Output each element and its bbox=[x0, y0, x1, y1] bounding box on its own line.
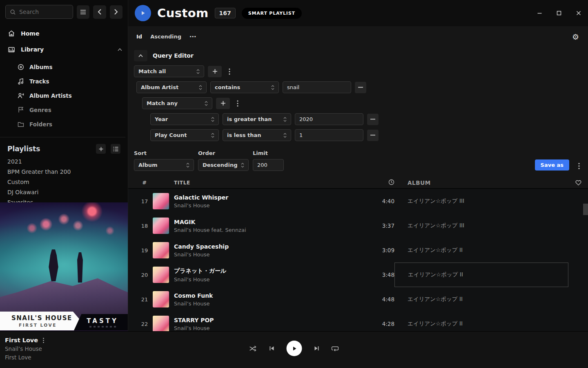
track-number: 22 bbox=[136, 321, 153, 327]
sidebar-item-albums[interactable]: Albums bbox=[0, 60, 125, 74]
rule-value-input[interactable] bbox=[295, 129, 363, 141]
playlist-list-button[interactable] bbox=[111, 144, 120, 154]
track-album[interactable]: エイリアン☆ポップ III bbox=[394, 189, 568, 213]
sidebar-item-folders[interactable]: Folders bbox=[0, 117, 125, 131]
sidebar-item-home[interactable]: Home bbox=[6, 28, 122, 39]
sidebar-item-album-artists[interactable]: Album Artists bbox=[0, 88, 125, 103]
now-playing-menu-button[interactable] bbox=[43, 338, 44, 343]
playlist-item-2021[interactable]: 2021 bbox=[0, 156, 128, 166]
limit-label: Limit bbox=[253, 150, 284, 156]
track-album[interactable]: エイリアン☆ポップ II bbox=[394, 263, 568, 287]
table-row[interactable]: 17Galactic WhisperSnail’s House4:40エイリアン… bbox=[128, 189, 588, 213]
table-row[interactable]: 18MAGIKSnail’s House feat. Sennzai3:37エイ… bbox=[128, 213, 588, 238]
table-row[interactable]: 21Cosmo FunkSnail’s House4:48エイリアン☆ポップ I… bbox=[128, 287, 588, 312]
scrollbar-thumb[interactable] bbox=[583, 204, 588, 215]
chevron-up-icon bbox=[138, 54, 143, 57]
repeat-button[interactable] bbox=[332, 346, 339, 351]
artist-icon bbox=[17, 92, 24, 99]
rule-field-select[interactable]: Album Artist bbox=[136, 81, 207, 93]
table-row[interactable]: 19Candy SpaceshipSnail’s House3:09エイリアン☆… bbox=[128, 238, 588, 263]
remove-rule-button[interactable] bbox=[355, 82, 366, 93]
album-art-thumbnail[interactable] bbox=[153, 193, 169, 209]
track-number: 19 bbox=[136, 247, 153, 254]
plus-icon bbox=[99, 147, 103, 151]
track-title: MAGIK bbox=[174, 219, 366, 225]
window-maximize-button[interactable] bbox=[555, 9, 563, 17]
table-row[interactable]: 22STARRY POPSnail’s House4:28エイリアン☆ポップ I… bbox=[128, 312, 588, 334]
collapse-query-editor-button[interactable] bbox=[134, 50, 147, 61]
rule-field-select[interactable]: Year bbox=[150, 113, 219, 125]
plus-icon bbox=[212, 69, 218, 74]
track-album[interactable]: エイリアン☆ポップ II bbox=[394, 238, 568, 263]
sort-field-button[interactable]: Id bbox=[136, 34, 142, 40]
rule-value-input[interactable] bbox=[295, 113, 363, 125]
add-playlist-button[interactable] bbox=[96, 144, 106, 154]
nav-back-button[interactable] bbox=[93, 5, 106, 19]
window-close-button[interactable] bbox=[575, 9, 582, 17]
playlist-item-custom[interactable]: Custom bbox=[0, 177, 128, 187]
sidebar-item-label: Home bbox=[21, 30, 39, 37]
sort-direction-button[interactable]: Ascending bbox=[150, 34, 181, 40]
column-number[interactable]: # bbox=[136, 180, 153, 186]
query-order-select[interactable]: Descending bbox=[198, 159, 249, 171]
chevron-up-icon[interactable] bbox=[118, 48, 122, 51]
column-title[interactable]: TITLE bbox=[174, 180, 366, 186]
column-duration[interactable] bbox=[366, 179, 394, 186]
sidebar-item-label: Albums bbox=[29, 64, 52, 70]
track-album[interactable]: エイリアン☆ポップ II bbox=[394, 287, 568, 312]
select-chevrons-icon bbox=[283, 117, 287, 122]
sidebar-item-label: Genres bbox=[29, 107, 51, 113]
album-art-thumbnail[interactable] bbox=[153, 242, 169, 258]
now-playing-album[interactable]: First Love bbox=[5, 354, 44, 361]
sidebar-item-library[interactable]: Library bbox=[6, 44, 122, 55]
rule-group-menu-button[interactable] bbox=[225, 68, 234, 75]
remove-rule-button[interactable] bbox=[367, 114, 379, 125]
add-rule-button[interactable] bbox=[216, 98, 230, 109]
track-duration: 3:48 bbox=[366, 272, 394, 278]
limit-input[interactable] bbox=[253, 159, 284, 171]
shuffle-button[interactable] bbox=[249, 346, 257, 352]
query-editor-title: Query Editor bbox=[153, 52, 194, 59]
next-track-button[interactable] bbox=[314, 346, 320, 351]
sidebar-item-genres[interactable]: Genres bbox=[0, 103, 125, 117]
rule-operator-select[interactable]: contains bbox=[210, 81, 279, 93]
rule-field-select[interactable]: Play Count bbox=[150, 129, 219, 141]
album-art-thumbnail[interactable] bbox=[153, 218, 169, 234]
now-playing-artist[interactable]: Snail’s House bbox=[5, 346, 44, 352]
column-album[interactable]: ALBUM bbox=[394, 177, 568, 188]
query-sort-select[interactable]: Album bbox=[134, 159, 194, 171]
remove-rule-button[interactable] bbox=[367, 130, 379, 141]
playlist-item-bpm-greater-than-200[interactable]: BPM Greater than 200 bbox=[0, 166, 128, 177]
gear-icon[interactable]: ⚙ bbox=[572, 32, 579, 41]
search-icon bbox=[10, 9, 16, 15]
previous-track-button[interactable] bbox=[269, 346, 275, 351]
rule-group-menu-button[interactable] bbox=[234, 100, 242, 107]
match-all-select[interactable]: Match all bbox=[134, 65, 204, 77]
now-playing-album-art[interactable]: SNAIL'S HOUSE FIRST LOVE TASTY bbox=[0, 202, 128, 331]
album-art-thumbnail[interactable] bbox=[153, 267, 169, 283]
track-duration: 4:28 bbox=[366, 321, 394, 327]
play-pause-button[interactable] bbox=[287, 341, 302, 356]
rule-operator-select[interactable]: is less than bbox=[223, 129, 291, 141]
track-album[interactable]: エイリアン☆ポップ III bbox=[394, 213, 568, 238]
table-row[interactable]: 20プラネット・ガールSnail’s House3:48エイリアン☆ポップ II bbox=[128, 263, 588, 287]
column-favorite[interactable] bbox=[568, 180, 588, 186]
play-playlist-button[interactable] bbox=[135, 5, 151, 21]
track-album[interactable]: エイリアン☆ポップ II bbox=[394, 312, 568, 334]
search-input[interactable] bbox=[19, 9, 69, 15]
match-any-select[interactable]: Match any bbox=[142, 97, 212, 109]
playlist-item-dj-okawari[interactable]: DJ Okawari bbox=[0, 187, 128, 197]
save-menu-button[interactable] bbox=[578, 163, 580, 169]
more-options-button[interactable]: ⋯ bbox=[189, 33, 196, 40]
album-art-thumbnail[interactable] bbox=[153, 291, 169, 307]
search-box[interactable] bbox=[5, 5, 73, 19]
menu-button[interactable] bbox=[77, 5, 89, 19]
nav-forward-button[interactable] bbox=[110, 5, 122, 19]
add-rule-button[interactable] bbox=[208, 66, 222, 77]
album-art-thumbnail[interactable] bbox=[153, 316, 169, 332]
window-minimize-button[interactable] bbox=[536, 9, 543, 17]
rule-value-input[interactable] bbox=[283, 81, 351, 93]
sidebar-item-tracks[interactable]: Tracks bbox=[0, 74, 125, 88]
rule-operator-select[interactable]: is greater than bbox=[223, 113, 291, 125]
save-as-button[interactable]: Save as bbox=[535, 159, 569, 171]
